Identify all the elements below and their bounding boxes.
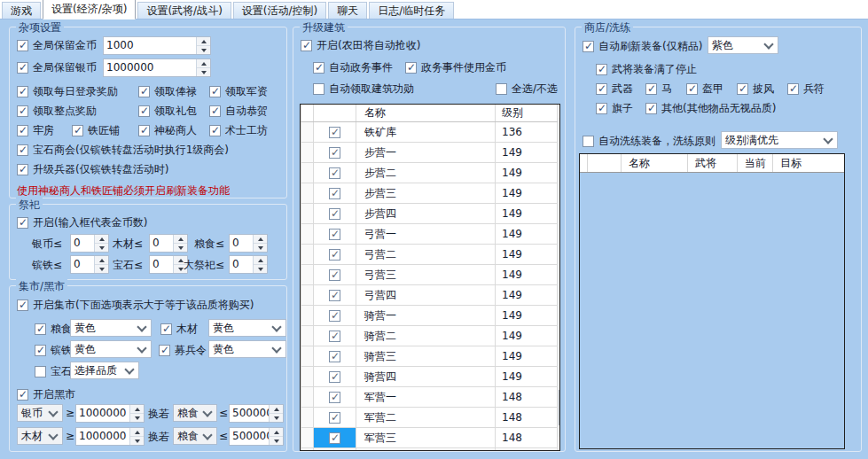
wood-limit-input[interactable]: 0	[149, 234, 188, 253]
table-row[interactable]: 骑营二 149	[301, 326, 558, 346]
table-row[interactable]: 军营二 148	[301, 408, 558, 428]
spin-up-icon[interactable]	[270, 405, 283, 414]
spin-up-icon[interactable]	[197, 37, 210, 46]
food-quality-checkbox[interactable]: 粮食	[35, 322, 72, 337]
table-row[interactable]: 弓营四 149	[301, 285, 558, 306]
checkbox[interactable]	[583, 136, 594, 147]
checkbox[interactable]	[17, 300, 28, 311]
black-limit-input[interactable]: 5000000	[229, 404, 284, 423]
vertical-scrollbar[interactable]	[558, 105, 560, 450]
table-row[interactable]: 步营四 149	[301, 204, 558, 224]
cloak-checkbox[interactable]: 披风	[737, 82, 774, 97]
spin-up-icon[interactable]	[254, 235, 267, 244]
checkbox[interactable]	[313, 62, 325, 74]
checkbox[interactable]	[35, 345, 46, 356]
spin-down-icon[interactable]	[197, 68, 210, 76]
checkbox[interactable]	[17, 217, 28, 229]
table-row[interactable]: 铁矿库 136	[301, 122, 558, 143]
scrollbar-thumb[interactable]	[559, 390, 560, 425]
salary-checkbox[interactable]: 领取俸禄	[138, 84, 197, 99]
table-row[interactable]: 步营三 149	[301, 183, 558, 204]
checkbox[interactable]	[17, 144, 28, 156]
checkbox[interactable]	[160, 323, 172, 335]
auto-gov-checkbox[interactable]: 自动政务事件	[313, 60, 393, 75]
black-source-select[interactable]: 木材	[17, 427, 63, 445]
spin-up-icon[interactable]	[174, 235, 187, 244]
column-header-current[interactable]: 当前	[738, 154, 773, 172]
gem-quality-checkbox[interactable]: 宝石	[35, 364, 72, 379]
iron-quality-checkbox[interactable]: 镔铁	[35, 343, 72, 358]
weapon-checkbox[interactable]: 武器	[596, 82, 633, 97]
stop-when-full-checkbox[interactable]: 武将装备满了停止	[596, 62, 697, 77]
checkbox[interactable]	[17, 164, 28, 175]
spin-down-icon[interactable]	[130, 414, 144, 422]
food-limit-input[interactable]: 0	[229, 234, 268, 253]
black-amount-input[interactable]: 1000000	[75, 427, 145, 446]
checkbox[interactable]	[787, 83, 799, 95]
select-all-checkbox[interactable]: 全选/不选	[496, 82, 558, 97]
row-checkbox[interactable]	[329, 208, 340, 220]
tally-checkbox[interactable]: 兵符	[787, 82, 825, 97]
auto-refresh-gear-checkbox[interactable]: 自动刷新装备(仅精品)	[583, 39, 702, 54]
row-checkbox[interactable]	[329, 147, 340, 159]
market-enable-checkbox[interactable]: 开启集市(下面选项表示大于等于该品质将购买)	[17, 298, 254, 313]
checkbox[interactable]	[209, 86, 221, 97]
checkbox[interactable]	[138, 125, 150, 136]
grand-sacrifice-input[interactable]: 0	[229, 255, 268, 274]
gem-limit-input[interactable]: 0	[149, 255, 188, 274]
black-market-enable-checkbox[interactable]: 开启黑市	[17, 387, 75, 402]
checkbox[interactable]	[17, 125, 28, 136]
gem-quality-select[interactable]: 选择品质	[70, 362, 139, 379]
blacksmith-checkbox[interactable]: 铁匠铺	[72, 123, 120, 138]
wood-quality-checkbox[interactable]: 木材	[160, 322, 198, 337]
row-checkbox[interactable]	[329, 371, 340, 383]
recruit-quality-select[interactable]: 黄色	[208, 340, 286, 358]
checkbox[interactable]	[737, 83, 748, 95]
black-target-select[interactable]: 粮食	[173, 427, 217, 445]
row-checkbox[interactable]	[329, 310, 340, 322]
upgrade-weapon-checkbox[interactable]: 升级兵器(仅镔铁转盘活动时)	[17, 162, 168, 177]
table-row-selected[interactable]: 军营三 148	[301, 428, 558, 448]
checkbox[interactable]	[138, 105, 150, 117]
checkbox[interactable]	[301, 40, 312, 51]
table-row[interactable]: 骑营四 149	[301, 367, 558, 387]
checkbox[interactable]	[35, 323, 46, 335]
checkbox[interactable]	[17, 389, 28, 401]
gov-gold-checkbox[interactable]: 政务事件使用金币	[405, 60, 506, 75]
tab-log[interactable]: 日志/临时任务	[369, 2, 454, 19]
row-checkbox[interactable]	[329, 351, 340, 362]
checkbox[interactable]	[72, 125, 83, 136]
checkbox[interactable]	[496, 83, 507, 95]
selected-cell[interactable]	[314, 428, 356, 448]
checkbox[interactable]	[596, 83, 607, 95]
spin-down-icon[interactable]	[95, 244, 108, 252]
table-row[interactable]: 骑营三 149	[301, 346, 558, 367]
hourly-reward-checkbox[interactable]: 领取整点奖励	[17, 104, 97, 119]
spin-up-icon[interactable]	[270, 428, 283, 437]
black-target-select[interactable]: 粮食	[173, 404, 217, 422]
spin-down-icon[interactable]	[270, 437, 283, 445]
checkbox[interactable]	[35, 366, 46, 377]
checkbox[interactable]	[405, 62, 417, 74]
sacrifice-enable-checkbox[interactable]: 开启(输入框代表金币数)	[17, 215, 147, 230]
iron-limit-input[interactable]: 0	[70, 255, 109, 274]
spin-down-icon[interactable]	[130, 437, 144, 445]
spin-down-icon[interactable]	[174, 244, 187, 252]
spin-down-icon[interactable]	[197, 46, 210, 54]
keep-silver-input[interactable]: 1000000	[103, 58, 211, 77]
spin-down-icon[interactable]	[95, 265, 108, 273]
row-checkbox[interactable]	[329, 167, 340, 179]
spin-up-icon[interactable]	[254, 256, 267, 265]
column-header-name[interactable]: 名称	[622, 154, 688, 172]
tab-game[interactable]: 游戏	[2, 2, 41, 19]
warlock-workshop-checkbox[interactable]: 术士工坊	[209, 123, 268, 138]
table-row[interactable]: 骑营一 149	[301, 306, 558, 326]
auto-refine-checkbox[interactable]: 自动洗练装备，洗练原则	[583, 134, 716, 149]
armor-checkbox[interactable]: 盔甲	[686, 82, 723, 97]
scroll-down-icon[interactable]	[558, 437, 560, 450]
spin-up-icon[interactable]	[130, 405, 144, 414]
checkbox[interactable]	[596, 103, 607, 114]
checkbox[interactable]	[596, 64, 607, 75]
spin-up-icon[interactable]	[95, 235, 108, 244]
table-row[interactable]: 步营一 149	[301, 143, 558, 163]
